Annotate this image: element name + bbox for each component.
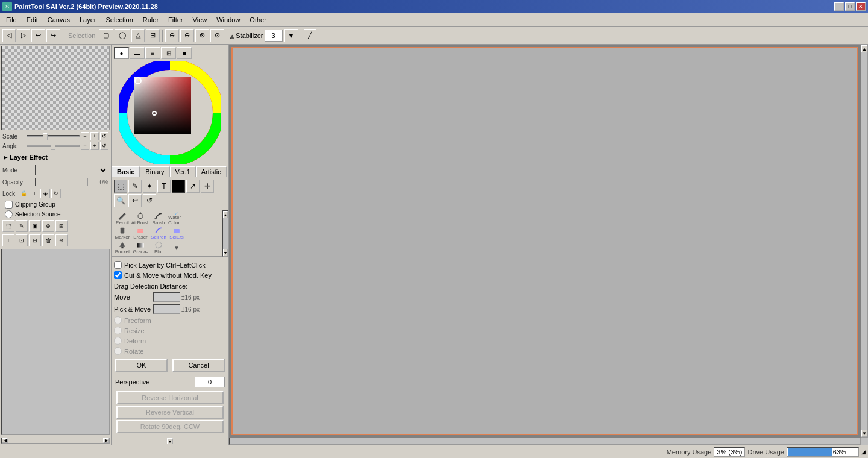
- subtool-scroll-up-arrow[interactable]: ▲: [223, 211, 228, 218]
- angle-btn-dec[interactable]: −: [81, 142, 89, 150]
- layer-tool-2[interactable]: ✎: [16, 220, 28, 232]
- pick-move-slider[interactable]: [153, 304, 180, 314]
- tool-zoom-out[interactable]: ↩: [128, 194, 142, 207]
- toolbar-btn-7[interactable]: ⊗: [195, 29, 209, 42]
- tool-panel-down-arrow[interactable]: ▼: [167, 438, 173, 444]
- scale-slider-thumb[interactable]: [43, 133, 48, 140]
- toolbar-btn-1[interactable]: ◁: [2, 29, 16, 42]
- toolbar-sel-2[interactable]: ◯: [115, 29, 130, 42]
- subtool-watercolor[interactable]: Water Color: [168, 212, 185, 225]
- brush-tab-artistic[interactable]: Artistic: [196, 166, 227, 177]
- layer-list[interactable]: [1, 249, 110, 435]
- brush-tab-ver1[interactable]: Ver.1: [170, 166, 196, 177]
- clipping-group-checkbox[interactable]: [5, 201, 13, 209]
- layer-effect-header[interactable]: ▶ Layer Effect: [1, 152, 110, 162]
- subtool-brush[interactable]: Brush: [150, 212, 167, 225]
- tool-lasso[interactable]: ✎: [128, 180, 142, 193]
- angle-slider-thumb[interactable]: [51, 143, 55, 150]
- layer-tool-3[interactable]: ▣: [29, 220, 41, 232]
- cut-move-checkbox[interactable]: [114, 271, 122, 279]
- stabilizer-input[interactable]: [265, 30, 283, 42]
- move-slider[interactable]: [153, 292, 180, 302]
- scroll-left-arrow[interactable]: ◀: [2, 438, 8, 443]
- menu-filter[interactable]: Filter: [163, 13, 187, 26]
- subtool-scrollbar[interactable]: ▲ ▼: [222, 210, 228, 257]
- toolbar-btn-8[interactable]: ⊘: [210, 29, 224, 42]
- color-tab-grid[interactable]: ⊞: [161, 47, 176, 59]
- subtool-blur[interactable]: Blur: [150, 241, 167, 254]
- layer-tool-10[interactable]: ⊕: [55, 234, 68, 246]
- rotate-radio[interactable]: [114, 347, 122, 355]
- subtool-scroll-down-arrow[interactable]: ▼: [223, 249, 228, 256]
- brush-tab-basic[interactable]: Basic: [112, 166, 140, 177]
- menu-edit[interactable]: Edit: [22, 13, 43, 26]
- layer-tool-4[interactable]: ⊕: [42, 220, 54, 232]
- resize-radio[interactable]: [114, 327, 122, 334]
- menu-view[interactable]: View: [188, 13, 212, 26]
- subtool-airbrush[interactable]: AirBrush: [132, 212, 149, 225]
- subtool-marker[interactable]: Marker: [114, 227, 131, 240]
- angle-slider-track[interactable]: [27, 145, 80, 147]
- layer-tool-9[interactable]: 🗑: [42, 234, 54, 246]
- color-tab-bar[interactable]: ▬: [130, 47, 145, 59]
- tool-rotate[interactable]: ↺: [143, 194, 156, 207]
- subtool-pencil[interactable]: Pencil: [114, 212, 131, 225]
- canvas-scroll-vertical[interactable]: ▲ ▼: [861, 45, 868, 438]
- scroll-right-arrow[interactable]: ▶: [103, 438, 109, 443]
- menu-file[interactable]: File: [1, 13, 22, 26]
- angle-btn-inc[interactable]: +: [90, 142, 99, 150]
- layer-tool-5[interactable]: ⊞: [55, 220, 68, 232]
- tool-move[interactable]: ✛: [201, 180, 214, 193]
- menu-ruler[interactable]: Ruler: [138, 13, 163, 26]
- ok-button[interactable]: OK: [115, 359, 168, 372]
- subtool-selers[interactable]: SelErs: [168, 227, 185, 240]
- scale-btn-inc[interactable]: +: [90, 132, 99, 140]
- toolbar-pen-pressure[interactable]: ╱: [304, 29, 316, 42]
- mode-select[interactable]: [35, 165, 108, 175]
- scroll-track[interactable]: [8, 438, 103, 443]
- canvas-scroll-down-arrow[interactable]: ▼: [861, 430, 867, 437]
- layer-tool-1[interactable]: ⬚: [2, 220, 14, 232]
- pick-layer-checkbox[interactable]: [114, 261, 122, 269]
- subtool-gradient[interactable]: Grada-: [132, 241, 149, 254]
- toolbar-sel-1[interactable]: ▢: [99, 29, 113, 42]
- angle-btn-reset[interactable]: ↺: [100, 142, 108, 150]
- color-tab-wheel[interactable]: ●: [114, 47, 129, 59]
- scale-btn-dec[interactable]: −: [81, 132, 89, 140]
- lock-btn-3[interactable]: ◈: [40, 189, 50, 198]
- reverse-vertical-button[interactable]: Reverse Vertical: [116, 406, 224, 419]
- color-swatch[interactable]: [172, 180, 185, 193]
- tool-select[interactable]: ⬚: [114, 180, 127, 193]
- subtool-eraser[interactable]: Eraser: [132, 227, 149, 240]
- toolbar-btn-4[interactable]: ↪: [46, 29, 60, 42]
- toolbar-btn-2[interactable]: ▷: [17, 29, 30, 42]
- canvas-area[interactable]: ▲ ▼: [229, 45, 868, 445]
- scale-btn-reset[interactable]: ↺: [100, 132, 108, 140]
- tool-zoom-in[interactable]: 🔍: [114, 194, 127, 207]
- subtool-scroll-down[interactable]: ▼: [168, 241, 185, 254]
- color-tab-list[interactable]: ≡: [145, 47, 160, 59]
- subtool-bucket[interactable]: Bucket: [114, 241, 131, 254]
- lock-btn-1[interactable]: 🔒: [19, 189, 28, 198]
- menu-window[interactable]: Window: [212, 13, 245, 26]
- canvas-scroll-up-arrow[interactable]: ▲: [861, 45, 867, 52]
- maximize-button[interactable]: □: [845, 2, 855, 11]
- rotate-ccw-button[interactable]: Rotate 90deg. CCW: [116, 420, 224, 433]
- freeform-radio[interactable]: [114, 316, 122, 324]
- color-picker-square[interactable]: [134, 77, 191, 134]
- canvas-scroll-horizontal[interactable]: [229, 438, 861, 445]
- color-wheel-svg[interactable]: [119, 61, 221, 164]
- close-button[interactable]: ✕: [856, 2, 866, 11]
- color-tab-swatch[interactable]: ■: [177, 47, 192, 59]
- cancel-button[interactable]: Cancel: [172, 359, 225, 372]
- selection-source-radio[interactable]: [5, 210, 13, 218]
- stabilizer-dropdown[interactable]: ▼: [284, 29, 299, 42]
- toolbar-btn-3[interactable]: ↩: [31, 29, 45, 42]
- tool-text[interactable]: T: [157, 180, 171, 193]
- menu-canvas[interactable]: Canvas: [43, 13, 75, 26]
- toolbar-btn-5[interactable]: ⊕: [165, 29, 179, 42]
- deform-radio[interactable]: [114, 337, 122, 345]
- menu-layer[interactable]: Layer: [75, 13, 101, 26]
- layer-tool-6[interactable]: +: [2, 234, 14, 246]
- lock-btn-2[interactable]: +: [30, 189, 39, 198]
